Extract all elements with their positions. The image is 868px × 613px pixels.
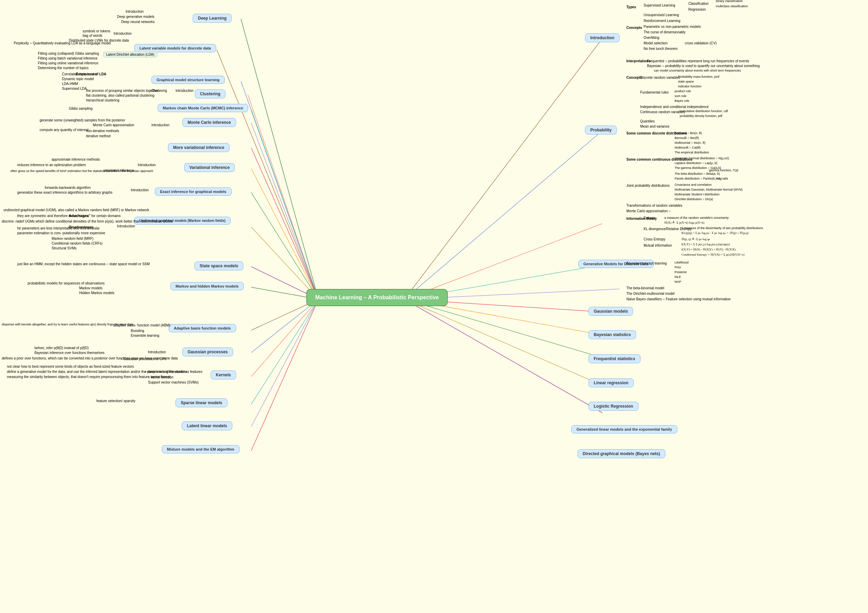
svg-line-13 [248, 94, 318, 299]
prob-concepts: Concepts [626, 76, 642, 79]
prob-mutual-info: Mutual information [643, 243, 672, 247]
kernels-not-clear: not clear how to best represent some kin… [7, 365, 134, 368]
mc-compute: compute any quantity of interest [40, 128, 88, 132]
topic-introduction[interactable]: Introduction [585, 33, 620, 42]
topic-probability[interactable]: Probability [585, 125, 617, 135]
svg-line-8 [405, 299, 602, 385]
topic-logistic-regression[interactable]: Logistic Regression [589, 402, 639, 411]
prob-frequentist: Frequentist ○ probabilities represent lo… [647, 59, 749, 63]
intro-no-free-lunch: No free lunch theorem [643, 47, 678, 51]
svg-line-7 [405, 299, 614, 361]
topic-mcmc[interactable]: Markov chain Monte Carlo (MCMC) inferenc… [158, 104, 248, 112]
topic-markov-hmm[interactable]: Markov and hidden Markov models [170, 282, 244, 290]
topic-deep-learning[interactable]: Deep Learning [193, 14, 232, 23]
topic-state-space[interactable]: State space models [194, 262, 243, 270]
vi-variational: variational inference [103, 169, 134, 172]
topic-clustering[interactable]: Clustering [195, 90, 225, 98]
prob-discrete-rv: Discrete random variables [640, 76, 680, 79]
prob-categorical: Multinoulli ○ Cat(θ) [674, 146, 701, 149]
prob-product-rule: product rule [674, 90, 691, 93]
prob-dirichlet: Dirichlet distribution ○ Dir(a) [674, 197, 713, 201]
svg-line-17 [251, 169, 318, 299]
vi-introduction: Introduction [138, 163, 155, 167]
prob-cross-entropy: Cross Entropy [643, 237, 665, 241]
ugm-mrf: Markov random field (MRF) [52, 237, 94, 240]
hmm-probabilistic: probabilistic models for sequences of ob… [28, 282, 105, 285]
svg-line-14 [251, 109, 318, 299]
ei-forwards: forwards-backwards algorithm [45, 186, 90, 190]
gen-beta-binomial: The beta-binomial model [626, 286, 664, 290]
topic-gaussian-models[interactable]: Gaussian models [589, 307, 633, 316]
lda-correlated: Correlated topic model [62, 72, 97, 76]
lv-introduction: Introduction [113, 32, 132, 36]
svg-line-1 [405, 131, 602, 299]
topic-monte-carlo[interactable]: Monte Carlo inference [183, 118, 236, 127]
topic-kernels[interactable]: Kernels [211, 370, 236, 379]
prob-entropy-formula: ℍ(X) ≜ -Σ p(X=k) log₂ p(X=k) [664, 221, 705, 224]
gen-prior: Prior [674, 266, 681, 269]
ssm-just-like: just like an HMM, except the hidden stat… [17, 262, 150, 266]
svg-line-27 [251, 299, 318, 450]
topic-variational[interactable]: Variational inference [184, 163, 235, 172]
prob-transforms: Transformations of random variables [626, 204, 682, 207]
ugm-undirected: undirected graphical model (UGM), also c… [3, 208, 149, 212]
topic-latent-linear[interactable]: Latent linear models [182, 421, 232, 430]
kernels-introduction: Introduction [169, 370, 186, 373]
prob-independence: Independence and conditional independenc… [640, 105, 708, 109]
mc-non-iterative: non-iterative methods [86, 129, 119, 133]
svg-line-0 [405, 39, 602, 299]
topic-mixture-models[interactable]: Mixture models and the EM algorithm [162, 445, 240, 454]
topic-bayesian-stats[interactable]: Bayesian statistics [589, 330, 636, 339]
gp-before: before, infer p(θ|D) instead of p(f|D) [34, 346, 89, 350]
prob-beta: The beta distribution ○ Beta(a, b) [674, 172, 720, 175]
prob-gamma-fn: gamma function, Γ(a) [709, 169, 738, 172]
lv-symbols: symbols or tokens [82, 29, 110, 33]
dl-deep-neural: Deep neural networks [121, 20, 155, 24]
topic-sparse-linear[interactable]: Sparse linear models [175, 398, 228, 407]
lv-bag-of-words: bag of words [82, 34, 102, 37]
prob-mvn: Multivariate Gaussian, Multivariate Norm… [674, 188, 743, 191]
topic-frequentist-stats[interactable]: Frequentist statistics [589, 354, 640, 363]
gen-naive-bayes: Naive Bayes classifiers ○ Feature select… [626, 297, 731, 301]
gen-dirichlet-mult: The Dirichlet-multinomial model [626, 292, 674, 296]
vi-reduces: reduces inference to an optimization pro… [17, 163, 86, 167]
intro-classification: Classification [688, 2, 708, 6]
topic-directed-gm[interactable]: Directed graphical models (Bayes nets) [578, 449, 665, 458]
prob-student: Multivariate Student t distribution [674, 193, 720, 196]
lda-hmm: LDA-HMM [62, 82, 78, 86]
lda-box[interactable]: Latent Dirichlet allocation (LDA) [103, 51, 157, 57]
topic-linear-regression[interactable]: Linear regression [589, 378, 634, 387]
abm-box: ○ adaptive basis- function model (ABM) [110, 324, 170, 327]
prob-fundamental: Fundamental rules [640, 90, 669, 94]
svg-line-9 [405, 299, 602, 413]
prob-entropy: Entropy [643, 216, 655, 220]
mc-introduction: Introduction [152, 123, 169, 127]
intro-supervised: Supervised Learning [643, 3, 675, 7]
topic-glm[interactable]: Generalized linear models and the expone… [571, 425, 677, 433]
center-node[interactable]: Machine Learning – A Probabilistic Persp… [306, 289, 448, 306]
topic-exact-inference[interactable]: Exact inference for graphical models [155, 187, 232, 196]
ugm-discriminative: discrimi- naitef UGMs which define condi… [2, 220, 173, 223]
lda-fitting-online: Fitting using online variational inferen… [38, 61, 98, 65]
gen-map: MAP [674, 280, 682, 283]
topic-adaptive-basis[interactable]: Adaptive basis function models [169, 324, 236, 332]
topic-more-variational[interactable]: More variational inference [168, 143, 229, 152]
prob-kl-formula: KL(p||q) = Σ pₙ log pₙ - Σ pₙ log qₙ = -… [682, 231, 749, 235]
prob-state-space: state space [678, 80, 694, 83]
intro-reinforcement: Reinforcement Learning [643, 19, 680, 23]
topic-gaussian-processes[interactable]: Gaussian processes [183, 347, 233, 356]
prob-mutual-formula2: I(X;Y) = ℍ(X) - ℍ(X|Y) = ℍ(Y) - ℍ(Y|X) [682, 248, 736, 251]
topic-gm-structure[interactable]: Graphical model structure learning [152, 76, 225, 84]
svg-line-25 [251, 299, 318, 404]
mc-generate: generate some (unweighted) samples from … [40, 118, 125, 122]
lv-perplexity: Perplexity ○ Quantitatively evaluating L… [14, 41, 111, 45]
cluster-clustering: Clustering [152, 89, 167, 93]
intro-multiclass: multiclass classification [716, 5, 748, 8]
mcmc-gibbs: Gibbs sampling [69, 107, 93, 110]
svg-line-19 [251, 227, 318, 299]
intro-concepts: Concepts [626, 26, 642, 29]
svg-line-2 [405, 224, 602, 299]
prob-mean-var: Mean and variance [640, 124, 670, 128]
gp-or: ○ Gaussian processes or GPs [121, 357, 166, 361]
intro-binary-classification: binary classification [716, 0, 743, 3]
